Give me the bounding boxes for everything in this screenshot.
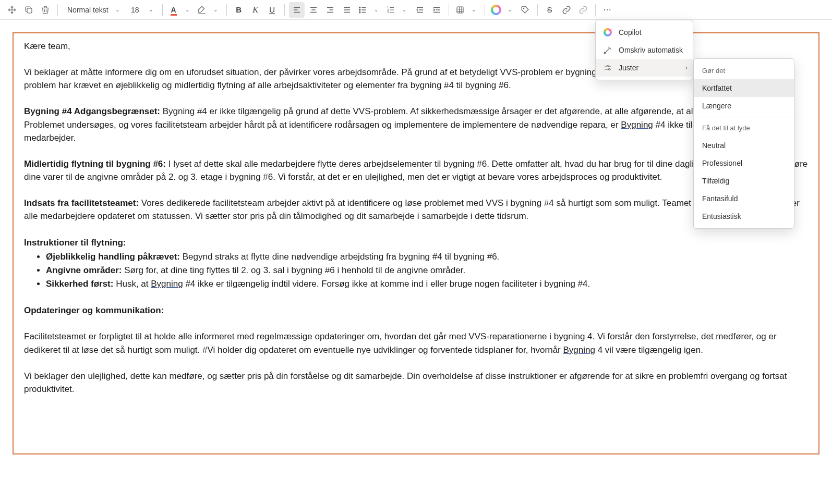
formatting-toolbar: Normal tekst ⌄ 18 ⌄ A ⌄ ⌄ B K U	[0, 0, 832, 20]
copilot-button[interactable]	[489, 2, 503, 18]
closing-paragraph: Vi beklager den ulejlighed, dette kan me…	[24, 370, 808, 396]
list-item: Øjeblikkelig handling påkrævet: Begynd s…	[46, 250, 808, 263]
align-left-button[interactable]	[289, 2, 305, 18]
decrease-indent-icon	[415, 5, 425, 15]
section-2: Midlertidig flytning til bygning #6: I l…	[24, 157, 808, 183]
separator	[449, 4, 449, 16]
align-justify-icon	[342, 5, 352, 15]
section-3-title: Indsats fra facilitetsteamet:	[24, 198, 139, 208]
submenu-item-concise[interactable]: Kortfattet	[694, 79, 794, 97]
separator	[162, 4, 163, 16]
font-size-select[interactable]: 18 ⌄	[126, 2, 158, 18]
underline-icon: U	[269, 5, 275, 14]
numbered-list-button[interactable]: 123	[384, 2, 397, 18]
bygning-link[interactable]: Bygning	[621, 120, 653, 130]
separator	[485, 4, 485, 16]
bold-button[interactable]: B	[231, 2, 247, 18]
submenu-item-enthusiastic[interactable]: Entusiastisk	[694, 207, 794, 225]
sliders-icon	[603, 63, 612, 72]
menu-item-adjust[interactable]: Juster ›	[596, 59, 693, 77]
font-color-button[interactable]: A	[167, 2, 180, 18]
move-button[interactable]	[4, 2, 20, 18]
style-label: Normal tekst	[67, 6, 108, 14]
highlight-button[interactable]	[195, 2, 209, 18]
section-3: Indsats fra facilitetsteamet: Vores dedi…	[24, 196, 808, 223]
separator	[537, 4, 538, 16]
increase-indent-icon	[432, 5, 441, 15]
delete-button[interactable]	[38, 2, 53, 18]
submenu-header: Gør det	[694, 62, 794, 79]
copilot-dropdown[interactable]: ⌄	[503, 2, 516, 18]
align-left-icon	[292, 5, 302, 15]
bullet-list-dropdown[interactable]: ⌄	[369, 2, 383, 18]
svg-text:3: 3	[387, 10, 389, 14]
submenu-item-neutral[interactable]: Neutral	[694, 137, 794, 154]
svg-point-9	[607, 66, 609, 67]
copilot-icon	[603, 28, 612, 37]
svg-point-10	[609, 69, 610, 70]
list-item: Angivne områder: Sørg for, at dine ting …	[46, 264, 808, 277]
unlink-button[interactable]	[575, 2, 591, 18]
table-icon	[455, 5, 465, 15]
italic-button[interactable]: K	[248, 2, 263, 18]
italic-icon: K	[252, 5, 258, 15]
separator	[57, 4, 58, 16]
separator	[226, 4, 227, 16]
align-right-button[interactable]	[322, 2, 338, 18]
section-5-body: Facilitetsteamet er forpligtet til at ho…	[24, 330, 808, 356]
unlink-icon	[578, 5, 588, 15]
svg-rect-7	[457, 7, 463, 13]
svg-rect-0	[27, 8, 32, 13]
section-5-title: Opdateringer og kommunikation:	[24, 305, 164, 315]
svg-point-3	[359, 11, 360, 13]
list-item: Sikkerhed først: Husk, at Bygning #4 ikk…	[46, 277, 808, 290]
chevron-right-icon: ›	[685, 64, 688, 71]
section-4-title: Instruktioner til flytning:	[24, 238, 126, 248]
decrease-indent-button[interactable]	[412, 2, 428, 18]
font-color-dropdown[interactable]: ⌄	[180, 2, 194, 18]
submenu-item-professional[interactable]: Professionel	[694, 154, 794, 172]
copy-button[interactable]	[21, 2, 37, 18]
copy-icon	[24, 5, 33, 15]
font-size-value: 18	[131, 6, 139, 14]
menu-item-copilot[interactable]: Copilot	[596, 23, 693, 41]
separator	[694, 117, 794, 117]
bullet-list-icon	[358, 5, 367, 15]
underline-button[interactable]: U	[264, 2, 280, 18]
link-button[interactable]	[559, 2, 574, 18]
copilot-icon	[491, 5, 501, 15]
numbered-list-icon: 123	[386, 5, 395, 15]
copilot-menu: Copilot Omskriv automatisk Juster ›	[595, 20, 693, 80]
menu-item-rewrite[interactable]: Omskriv automatisk	[596, 41, 693, 59]
align-justify-button[interactable]	[339, 2, 355, 18]
tag-button[interactable]	[517, 2, 533, 18]
strikethrough-icon: S	[545, 5, 554, 15]
submenu-header: Få det til at lyde	[694, 119, 794, 137]
more-options-button[interactable]: ⋯	[600, 2, 616, 18]
separator	[284, 4, 285, 16]
align-center-button[interactable]	[306, 2, 321, 18]
bold-icon: B	[236, 5, 242, 14]
more-icon: ⋯	[603, 5, 612, 15]
numbered-list-dropdown[interactable]: ⌄	[397, 2, 411, 18]
paragraph-style-select[interactable]: Normal tekst ⌄	[62, 2, 125, 18]
highlight-dropdown[interactable]: ⌄	[209, 2, 222, 18]
align-center-icon	[309, 5, 318, 15]
bygning-link[interactable]: Bygning	[563, 345, 595, 355]
link-icon	[562, 5, 571, 15]
bygning-link[interactable]: Bygning	[151, 279, 183, 289]
submenu-item-random[interactable]: Tilfældig	[694, 172, 794, 190]
menu-label: Copilot	[619, 28, 642, 36]
svg-point-1	[359, 7, 360, 8]
strikethrough-button[interactable]: S	[542, 2, 558, 18]
submenu-item-longer[interactable]: Længere	[694, 97, 794, 115]
submenu-item-imaginative[interactable]: Fantasifuld	[694, 190, 794, 207]
menu-label: Omskriv automatisk	[619, 46, 683, 54]
chevron-down-icon: ⌄	[115, 7, 119, 13]
wand-icon	[603, 45, 612, 55]
bullet-list-button[interactable]	[356, 2, 369, 18]
increase-indent-button[interactable]	[429, 2, 444, 18]
table-button[interactable]	[453, 2, 467, 18]
table-dropdown[interactable]: ⌄	[467, 2, 480, 18]
section-1-title: Bygning #4 Adgangsbegrænset:	[24, 106, 160, 116]
